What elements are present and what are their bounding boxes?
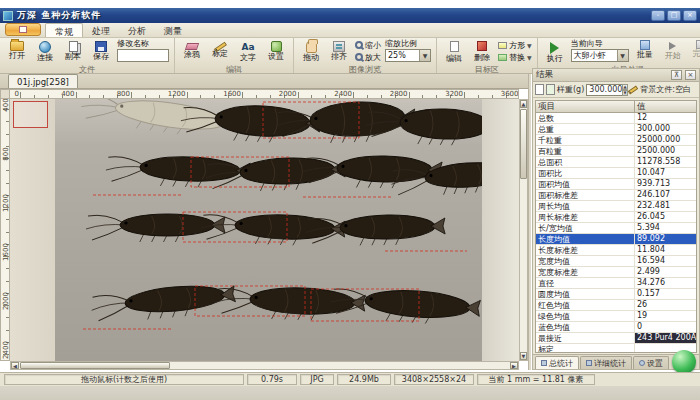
table-row[interactable]: 直径34.276 <box>536 278 696 289</box>
ruler-label: 800 <box>2 145 10 163</box>
table-row[interactable]: 最接近243 Pur4 200A 203 GE|24... <box>536 333 696 344</box>
window-bottom-strip <box>0 386 700 400</box>
button-label: 副本 <box>59 52 87 62</box>
tab-process[interactable]: 处理 <box>83 23 119 37</box>
tab-settings[interactable]: 设置 <box>633 356 669 369</box>
replace-dropdown[interactable]: 替换▼ <box>498 51 532 63</box>
table-row[interactable]: 红色均值26 <box>536 300 696 311</box>
connect-button[interactable]: 连接 <box>31 39 59 63</box>
shape-rect-dropdown[interactable]: 方形▼ <box>498 39 532 51</box>
horizontal-scroll-thumb[interactable] <box>20 362 170 369</box>
align-button[interactable]: 排齐 <box>325 39 353 62</box>
tab-general[interactable]: 常规 <box>45 23 83 37</box>
maximize-button[interactable]: □ <box>667 10 681 21</box>
title-bar[interactable]: 万深 鱼种分析软件 - □ × <box>0 8 700 23</box>
results-table-header: 项目 值 <box>536 101 696 113</box>
table-row[interactable]: 绿色均值19 <box>536 311 696 322</box>
results-panel: 结果 ⊼ × 样重(g) 300.000 ▲▼ 背景文件:空白 项目 值 总数1… <box>532 68 700 370</box>
dropdown-label: 方形 <box>509 40 525 51</box>
table-row[interactable]: 总面积11278.558 <box>536 157 696 168</box>
brand-orb-icon[interactable] <box>672 350 696 374</box>
table-row[interactable]: 长度均值89.092 <box>536 234 696 245</box>
image-canvas[interactable] <box>10 99 519 361</box>
table-row[interactable]: 蓝色均值0 <box>536 322 696 333</box>
table-row[interactable]: 总重300.000 <box>536 124 696 135</box>
button-label: 开始 <box>659 51 687 61</box>
tab-summary-stats[interactable]: 总统计 <box>535 356 579 369</box>
document-tab[interactable]: 01j.jpg[258] <box>8 74 78 88</box>
save-button[interactable]: 保存 <box>87 39 115 62</box>
text-button[interactable]: Aa文字 <box>234 39 262 63</box>
zoom-out-button[interactable]: 缩小 <box>355 39 381 51</box>
tab-analyze[interactable]: 分析 <box>119 23 155 37</box>
selection-rectangle[interactable] <box>13 101 48 128</box>
column-header-value[interactable]: 值 <box>635 101 696 112</box>
zoom-in-button[interactable]: 放大 <box>355 51 381 63</box>
calibrate-button[interactable]: 标定 <box>206 39 234 59</box>
edit-pencil-icon[interactable] <box>628 85 638 94</box>
tab-measure[interactable]: 测量 <box>155 23 191 37</box>
target-edit-button[interactable]: 编辑 <box>440 39 468 64</box>
scroll-left-arrow[interactable]: ◀ <box>11 362 19 369</box>
shrimp-shape <box>105 154 250 189</box>
table-row[interactable]: 总数12 <box>536 113 696 124</box>
settings-button[interactable]: 设置 <box>262 39 290 62</box>
ruler-tick <box>145 95 146 98</box>
value-cell: 89.092 <box>635 234 696 244</box>
doodle-button[interactable]: 涂鸦 <box>178 39 206 60</box>
ruler-tick <box>89 95 90 98</box>
table-row[interactable]: 宽度均值16.594 <box>536 256 696 267</box>
zoom-ratio-dropdown[interactable]: 25%▼ <box>385 49 431 62</box>
chevron-down-icon: ▼ <box>527 54 532 61</box>
table-row[interactable]: 周长标准差26.045 <box>536 212 696 223</box>
item-cell: 宽度标准差 <box>536 267 635 277</box>
run-button[interactable]: 执行 <box>541 39 569 64</box>
rename-input[interactable] <box>117 49 169 62</box>
table-row[interactable]: 面积均值939.713 <box>536 179 696 190</box>
tab-detail-stats[interactable]: 详细统计 <box>580 356 632 369</box>
sample-weight-spinner[interactable]: 300.000 ▲▼ <box>586 84 626 96</box>
ruler-tick <box>6 219 9 220</box>
panel-close-icon[interactable]: × <box>685 70 696 80</box>
target-delete-button[interactable]: 删除 <box>468 39 496 63</box>
app-menu-button[interactable] <box>5 23 41 36</box>
scroll-down-arrow[interactable]: ▼ <box>520 352 527 360</box>
batch-button[interactable]: 批量 <box>631 39 659 60</box>
horizontal-scrollbar[interactable]: ◀ ▶ <box>10 361 519 370</box>
vertical-scrollbar[interactable]: ▲ ▼ <box>519 99 528 361</box>
table-row[interactable]: 长度标准差11.804 <box>536 245 696 256</box>
vertical-scroll-thumb[interactable] <box>520 109 527 179</box>
column-header-item[interactable]: 项目 <box>536 101 635 112</box>
copy-button[interactable]: 副本 <box>59 39 87 62</box>
table-row[interactable]: 宽度标准差2.499 <box>536 267 696 278</box>
table-row[interactable]: 长/宽均值5.394 <box>536 223 696 234</box>
ruler-tick <box>6 232 9 233</box>
finish-button[interactable]: 完成 <box>687 39 700 59</box>
value-cell: 10.047 <box>635 168 696 178</box>
table-row[interactable]: 面积比10.047 <box>536 168 696 179</box>
value-cell: 232.481 <box>635 201 696 211</box>
table-row[interactable]: 千粒重25000.000 <box>536 135 696 146</box>
status-segment: 拖动鼠标(计数之后使用) <box>4 374 244 385</box>
item-cell: 最接近 <box>536 333 635 343</box>
ruler-tick <box>214 95 215 98</box>
minimize-button[interactable]: - <box>651 10 665 21</box>
scroll-right-arrow[interactable]: ▶ <box>510 362 518 369</box>
button-label: 缩小 <box>365 40 381 51</box>
scroll-up-arrow[interactable]: ▲ <box>520 100 527 108</box>
table-row[interactable]: 标定 <box>536 344 696 353</box>
export-icon[interactable] <box>535 84 544 95</box>
table-row[interactable]: 圆度均值0.157 <box>536 289 696 300</box>
item-cell: 长/宽均值 <box>536 223 635 233</box>
refresh-icon[interactable] <box>546 84 555 95</box>
table-row[interactable]: 面积标准差246.107 <box>536 190 696 201</box>
start-button[interactable]: 开始 <box>659 39 687 61</box>
drag-button[interactable]: 拖动 <box>297 39 325 63</box>
table-row[interactable]: 周长均值232.481 <box>536 201 696 212</box>
close-button[interactable]: × <box>683 10 697 21</box>
open-button[interactable]: 打开 <box>3 39 31 61</box>
pin-icon[interactable]: ⊼ <box>671 70 682 80</box>
menu-bar: 常规 处理 分析 测量 <box>0 23 700 38</box>
current-wizard-dropdown[interactable]: 大卵小虾▼ <box>571 49 629 62</box>
table-row[interactable]: 百粒重2500.000 <box>536 146 696 157</box>
